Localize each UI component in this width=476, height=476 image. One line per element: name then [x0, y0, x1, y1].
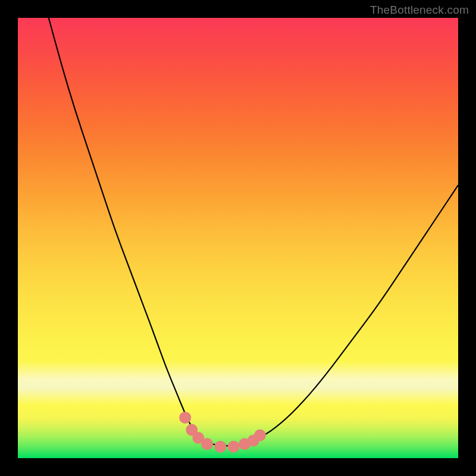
watermark-text: TheBottleneck.com — [370, 4, 469, 17]
near-zero-marker — [214, 441, 226, 453]
near-zero-marker — [179, 412, 191, 424]
plot-area — [18, 18, 458, 458]
near-zero-marker — [254, 430, 266, 441]
bottleneck-curve — [49, 18, 458, 446]
near-zero-marker-group — [179, 412, 266, 453]
chart-frame: TheBottleneck.com — [0, 0, 476, 476]
curve-layer — [18, 18, 458, 458]
near-zero-marker — [228, 441, 240, 453]
near-zero-marker — [201, 438, 213, 450]
